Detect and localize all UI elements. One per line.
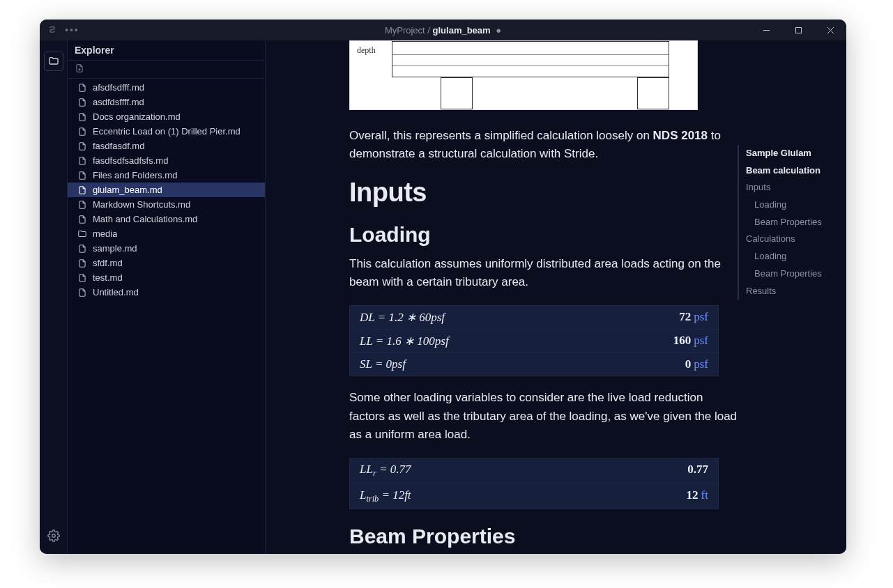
editor-pane: depth Overall, this represents a simplif…: [266, 40, 846, 554]
file-name: Files and Folders.md: [93, 170, 177, 180]
calc-result: 12ft: [597, 488, 708, 504]
beam-diagram-image: depth: [349, 40, 698, 110]
file-name: fasdfasdf.md: [93, 141, 144, 151]
window-maximize-button[interactable]: [782, 20, 814, 40]
calc-result: 0psf: [597, 357, 708, 371]
file-name: sfdf.md: [93, 258, 123, 268]
heading-loading[interactable]: Loading: [349, 223, 740, 247]
file-name: media: [93, 229, 117, 239]
calc-expression: Ltrib = 12ft: [360, 488, 597, 504]
explorer-sidebar: Explorer afsdfsdfff.mdasdfdsffff.mdDocs …: [68, 40, 266, 554]
explorer-activity-button[interactable]: [44, 52, 63, 71]
outline-item[interactable]: Inputs: [746, 179, 835, 196]
loading-paragraph-2[interactable]: Some other loading variables to consider…: [349, 389, 740, 444]
file-name: Untitled.md: [93, 287, 139, 297]
file-item[interactable]: Docs organization.md: [68, 109, 265, 124]
calc-result: 0.77: [597, 463, 708, 479]
heading-beam-properties[interactable]: Beam Properties: [349, 525, 740, 548]
file-name: Eccentric Load on (1) Drilled Pier.md: [93, 126, 241, 137]
app-window: ••• MyProject / glulam_beam ●: [40, 20, 846, 554]
document-outline: Sample Glulam Beam calculationInputsLoad…: [738, 145, 835, 300]
file-name: test.md: [93, 272, 123, 283]
window-close-button[interactable]: [814, 20, 846, 40]
file-item[interactable]: fasdfsdfsadfsfs.md: [68, 153, 265, 168]
file-item[interactable]: fasdfasdf.md: [68, 139, 265, 153]
loading-vars-table[interactable]: LLr = 0.770.77Ltrib = 12ft12ft: [349, 458, 719, 509]
project-name: MyProject: [385, 25, 425, 36]
file-name: sample.md: [93, 243, 137, 254]
file-item[interactable]: Untitled.md: [68, 285, 265, 300]
calc-row[interactable]: DL = 1.2 ∗ 60psf72psf: [350, 306, 718, 329]
file-item[interactable]: test.md: [68, 270, 265, 285]
file-item[interactable]: Markdown Shortcuts.md: [68, 197, 265, 212]
file-item[interactable]: asdfdsffff.md: [68, 95, 265, 109]
outline-item[interactable]: Results: [746, 283, 835, 300]
svg-point-4: [52, 534, 55, 538]
file-item[interactable]: Files and Folders.md: [68, 168, 265, 183]
calc-expression: LLr = 0.77: [360, 463, 597, 479]
window-minimize-button[interactable]: [750, 20, 782, 40]
file-item[interactable]: afsdfsdfff.md: [68, 80, 265, 95]
dirty-indicator: ●: [496, 25, 501, 36]
file-item[interactable]: Math and Calculations.md: [68, 212, 265, 226]
file-item[interactable]: sfdf.md: [68, 256, 265, 270]
explorer-title: Explorer: [68, 40, 265, 61]
svg-rect-1: [795, 27, 801, 33]
file-name: Markdown Shortcuts.md: [93, 199, 190, 210]
calc-expression: LL = 1.6 ∗ 100psf: [360, 334, 597, 348]
file-list[interactable]: afsdfsdfff.mdasdfdsffff.mdDocs organizat…: [68, 79, 265, 554]
intro-paragraph[interactable]: Overall, this represents a simplified ca…: [349, 127, 740, 164]
app-menu-button[interactable]: •••: [65, 24, 79, 36]
file-name: Math and Calculations.md: [93, 214, 197, 224]
outline-item[interactable]: Loading: [746, 248, 835, 265]
file-name: afsdfsdfff.md: [93, 82, 144, 93]
calc-row[interactable]: SL = 0psf0psf: [350, 353, 718, 376]
file-item[interactable]: media: [68, 226, 265, 241]
file-item[interactable]: glulam_beam.md: [68, 183, 265, 197]
loading-calculation-table[interactable]: DL = 1.2 ∗ 60psf72psfLL = 1.6 ∗ 100psf16…: [349, 305, 719, 376]
outline-item[interactable]: Beam Properties: [746, 265, 835, 283]
new-file-button[interactable]: [75, 65, 84, 75]
loading-paragraph[interactable]: This calculation assumes uniformly distr…: [349, 255, 740, 292]
calc-expression: DL = 1.2 ∗ 60psf: [360, 310, 597, 325]
calc-expression: SL = 0psf: [360, 357, 597, 371]
outline-item[interactable]: Beam Properties: [746, 214, 835, 231]
app-logo-icon: [47, 24, 58, 36]
calc-result: 72psf: [597, 310, 708, 325]
calc-row[interactable]: LL = 1.6 ∗ 100psf160psf: [350, 329, 718, 353]
outline-item[interactable]: Loading: [746, 196, 835, 214]
file-item[interactable]: sample.md: [68, 241, 265, 256]
file-name: glulam_beam.md: [93, 185, 162, 195]
file-item[interactable]: Eccentric Load on (1) Drilled Pier.md: [68, 124, 265, 139]
activity-bar: [40, 40, 68, 554]
open-file-name: glulam_beam: [433, 25, 491, 36]
title-breadcrumb: MyProject / glulam_beam ●: [40, 25, 846, 36]
file-name: asdfdsffff.md: [93, 97, 144, 107]
settings-button[interactable]: [44, 526, 63, 546]
heading-inputs[interactable]: Inputs: [349, 178, 740, 208]
titlebar[interactable]: ••• MyProject / glulam_beam ●: [40, 20, 846, 40]
outline-item[interactable]: Sample Glulam Beam calculation: [746, 145, 835, 179]
file-name: Docs organization.md: [93, 111, 181, 122]
outline-item[interactable]: Calculations: [746, 231, 835, 248]
file-name: fasdfsdfsadfsfs.md: [93, 155, 168, 166]
calc-row[interactable]: LLr = 0.770.77: [350, 458, 718, 483]
calc-row[interactable]: Ltrib = 12ft12ft: [350, 483, 718, 509]
calc-result: 160psf: [597, 334, 708, 348]
